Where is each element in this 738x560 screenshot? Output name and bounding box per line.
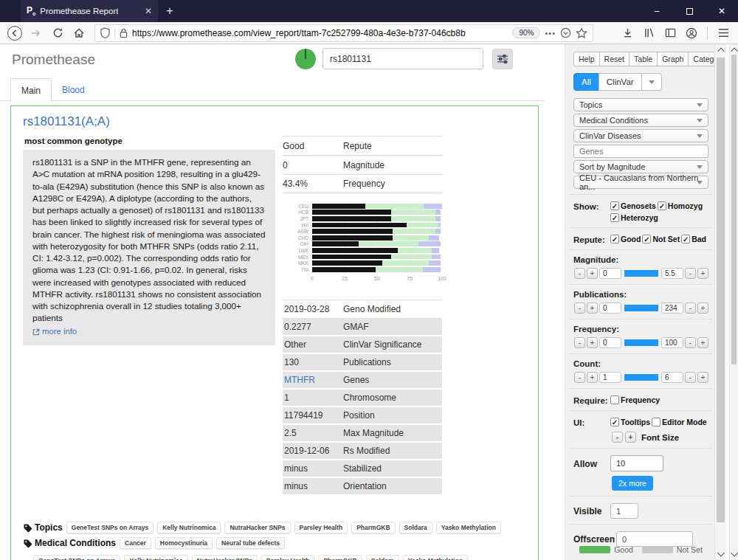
select-medical-conditions[interactable]: Medical Conditions xyxy=(573,114,708,127)
gene-link[interactable]: MTHFR xyxy=(283,375,343,385)
scrollbar-thumb[interactable] xyxy=(717,58,725,522)
downloads-button[interactable] xyxy=(618,24,636,42)
menu-button[interactable] xyxy=(714,24,732,42)
zoom-level-badge[interactable]: 90% xyxy=(512,27,540,38)
sidebar-button-table[interactable]: Table xyxy=(629,52,658,66)
browser-tab[interactable]: Po Promethease Report ✕ xyxy=(21,0,158,22)
publications-min-increase-button[interactable]: + xyxy=(587,303,598,314)
sort-select[interactable]: Sort by Magnitude xyxy=(573,160,708,173)
scroll-down-icon[interactable] xyxy=(731,550,738,557)
scroll-up-icon[interactable] xyxy=(717,48,725,55)
library-button[interactable] xyxy=(640,24,658,42)
count-max-decrease-button[interactable]: - xyxy=(685,372,696,383)
page-actions-icon[interactable]: ••• xyxy=(545,29,556,38)
publications-min-value[interactable]: 0 xyxy=(599,303,621,314)
frequency-max-value[interactable]: 100 xyxy=(661,337,683,348)
2x-more-button[interactable]: 2x more xyxy=(612,476,653,491)
tag-pill[interactable]: NutraHacker SNPs xyxy=(224,522,290,533)
sidebar-button-reset[interactable]: Reset xyxy=(599,52,630,66)
frequency-min-value[interactable]: 0 xyxy=(599,337,621,348)
tag-pill[interactable]: Neural tube defects xyxy=(216,537,285,549)
count-min-decrease-button[interactable]: - xyxy=(574,372,585,383)
scope-tab-dropdown-button[interactable] xyxy=(641,73,662,91)
reload-button[interactable] xyxy=(49,24,66,42)
genes-input[interactable] xyxy=(573,145,708,158)
magnitude-slider-track[interactable] xyxy=(624,270,658,277)
snp-search-input[interactable] xyxy=(323,48,483,69)
count-min-increase-button[interactable]: + xyxy=(587,372,598,383)
tag-pill[interactable]: Parsley Health xyxy=(294,522,348,533)
more-info-link[interactable]: more info xyxy=(32,326,77,338)
magnitude-min-decrease-button[interactable]: - xyxy=(574,268,585,279)
tag-pill[interactable]: Soldara xyxy=(399,522,432,533)
forward-button[interactable] xyxy=(27,24,45,42)
pocket-icon[interactable] xyxy=(560,27,571,38)
magnitude-max-decrease-button[interactable]: - xyxy=(685,268,696,279)
maximize-button[interactable] xyxy=(673,0,706,22)
tag-pill[interactable]: PharmGKB xyxy=(351,522,395,533)
select-clinvar-diseases[interactable]: ClinVar Diseases xyxy=(573,129,708,142)
close-button[interactable]: ✕ xyxy=(706,0,738,22)
scroll-up-icon[interactable] xyxy=(731,48,738,55)
tab-blood[interactable]: Blood xyxy=(52,77,95,102)
count-max-increase-button[interactable]: + xyxy=(697,372,708,383)
bookmark-star-icon[interactable] xyxy=(576,27,587,39)
sidebar-button-graph[interactable]: Graph xyxy=(657,52,689,66)
checkbox-unchecked[interactable] xyxy=(652,418,661,426)
minimize-button[interactable]: – xyxy=(641,0,673,22)
publications-max-decrease-button[interactable]: - xyxy=(685,303,696,314)
account-button[interactable] xyxy=(683,24,700,42)
back-button[interactable] xyxy=(6,24,24,42)
checkbox-checked[interactable]: ✓ xyxy=(658,201,666,210)
visible-input[interactable] xyxy=(610,503,638,519)
font-size-decrease-button[interactable]: - xyxy=(612,432,623,443)
magnitude-min-increase-button[interactable]: + xyxy=(587,268,598,279)
url-text[interactable]: https://www.promethease.com/view_report/… xyxy=(132,28,508,38)
select-topics[interactable]: Topics xyxy=(573,98,708,111)
checkbox-checked[interactable]: ✓ xyxy=(610,213,619,222)
scope-tab-clinvar[interactable]: ClinVar xyxy=(599,73,642,91)
publications-max-value[interactable]: 234 xyxy=(661,303,683,314)
frequency-slider-track[interactable] xyxy=(624,339,658,346)
publications-min-decrease-button[interactable]: - xyxy=(574,303,585,314)
scrollbar-thumb[interactable] xyxy=(731,55,737,364)
tag-pill[interactable]: Cancer xyxy=(120,537,151,549)
genotype-title[interactable]: rs1801131(A;A) xyxy=(23,114,110,129)
tag-pill[interactable]: Homocystinuria xyxy=(155,537,213,549)
page-scrollbar[interactable] xyxy=(729,44,738,560)
tag-pill[interactable]: GeneTest SNPs on Arrays xyxy=(66,522,154,533)
new-tab-button[interactable]: + xyxy=(158,0,182,22)
frequency-min-increase-button[interactable]: + xyxy=(587,337,598,348)
count-max-value[interactable]: 6 xyxy=(661,372,683,383)
url-bar[interactable]: https://www.promethease.com/view_report/… xyxy=(94,24,593,42)
sidebar-scrollbar[interactable] xyxy=(714,44,726,560)
tab-close-icon[interactable]: ✕ xyxy=(145,6,152,16)
font-size-increase-button[interactable]: + xyxy=(625,432,636,443)
filter-settings-button[interactable] xyxy=(492,49,513,69)
home-button[interactable] xyxy=(70,24,88,42)
scope-tab-all[interactable]: All xyxy=(573,73,599,91)
count-min-value[interactable]: 1 xyxy=(599,372,621,383)
lock-icon[interactable] xyxy=(120,28,128,38)
tag-pill[interactable]: Yasko Methylation xyxy=(436,522,501,533)
checkbox-checked[interactable]: ✓ xyxy=(610,235,619,243)
offscreen-input[interactable] xyxy=(616,531,693,547)
tag-pill[interactable]: Kelly Nutrinomica xyxy=(157,522,221,533)
tracking-protection-shield-icon[interactable] xyxy=(100,27,110,38)
allow-input[interactable] xyxy=(610,455,663,471)
sidebar-button-help[interactable]: Help xyxy=(573,52,600,66)
frequency-min-decrease-button[interactable]: - xyxy=(574,337,585,348)
checkbox-checked[interactable]: ✓ xyxy=(610,418,619,426)
count-slider-track[interactable] xyxy=(624,374,658,381)
publications-max-increase-button[interactable]: + xyxy=(697,303,708,314)
frequency-max-increase-button[interactable]: + xyxy=(697,337,708,348)
publications-slider-track[interactable] xyxy=(624,305,658,311)
checkbox-checked[interactable]: ✓ xyxy=(610,201,619,210)
magnitude-min-value[interactable]: 0 xyxy=(599,268,621,279)
magnitude-max-value[interactable]: 5.5 xyxy=(661,268,683,279)
tab-main[interactable]: Main xyxy=(10,78,52,103)
scroll-down-icon[interactable] xyxy=(717,550,725,557)
checkbox-unchecked[interactable] xyxy=(610,395,619,404)
frequency-max-decrease-button[interactable]: - xyxy=(685,337,696,348)
magnitude-max-increase-button[interactable]: + xyxy=(697,268,708,279)
